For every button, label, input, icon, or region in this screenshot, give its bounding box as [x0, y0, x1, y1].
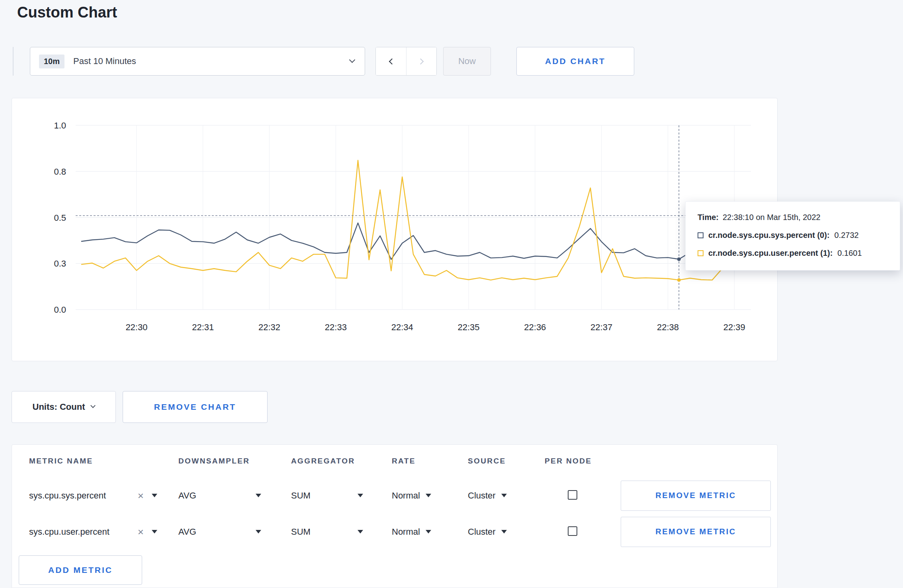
tooltip-series-row: cr.node.sys.cpu.user.percent (1): 0.1601 [698, 249, 888, 258]
chevron-down-icon [91, 403, 96, 408]
per-node-checkbox[interactable] [568, 526, 577, 536]
next-time-button[interactable] [406, 47, 436, 75]
svg-text:0.3: 0.3 [54, 259, 66, 269]
add-metric-button[interactable]: ADD METRIC [19, 555, 142, 585]
caret-down-icon [358, 494, 363, 497]
header-downsampler: DOWNSAMPLER [178, 457, 291, 465]
tooltip-series-value: 0.2732 [835, 231, 859, 240]
page-title: Custom Chart [17, 4, 117, 21]
header-rate: RATE [392, 457, 468, 465]
caret-down-icon [501, 494, 507, 497]
caret-down-icon[interactable] [152, 530, 157, 533]
aggregator-value: SUM [291, 527, 311, 537]
header-per-node: PER NODE [545, 457, 621, 465]
time-range-badge: 10m [39, 55, 64, 68]
caret-down-icon [256, 530, 261, 533]
now-button[interactable]: Now [443, 47, 491, 76]
caret-down-icon [426, 494, 431, 497]
source-value: Cluster [468, 527, 496, 537]
rate-value: Normal [392, 491, 420, 501]
source-select[interactable]: Cluster [468, 491, 545, 501]
downsampler-select[interactable]: AVG [178, 527, 261, 537]
aggregator-value: SUM [291, 491, 311, 501]
tooltip-series-value: 0.1601 [837, 249, 862, 258]
svg-text:22:35: 22:35 [457, 322, 479, 332]
series-swatch-sys-icon [698, 232, 704, 238]
series-swatch-user-icon [698, 250, 704, 256]
svg-text:1.0: 1.0 [54, 121, 66, 130]
svg-text:22:30: 22:30 [125, 322, 147, 332]
svg-text:22:36: 22:36 [524, 322, 546, 332]
page: { "page": { "title": "Custom Chart" }, "… [0, 0, 903, 588]
time-range-label: Past 10 Minutes [73, 56, 350, 66]
chevron-right-icon [418, 58, 424, 64]
rate-value: Normal [392, 527, 420, 537]
aggregator-select[interactable]: SUM [291, 527, 363, 537]
metric-name-select[interactable]: sys.cpu.user.percent × [29, 527, 157, 537]
metric-name-select[interactable]: sys.cpu.sys.percent × [29, 491, 157, 501]
tooltip-series-label: cr.node.sys.cpu.user.percent (1): [708, 249, 833, 258]
units-select[interactable]: Units: Count [12, 391, 116, 423]
caret-down-icon [426, 530, 431, 533]
tooltip-time-value: 22:38:10 on Mar 15th, 2022 [723, 213, 821, 222]
metric-name-value: sys.cpu.user.percent [29, 527, 109, 537]
metric-name-value: sys.cpu.sys.percent [29, 491, 106, 501]
svg-text:0.5: 0.5 [54, 213, 66, 223]
rate-select[interactable]: Normal [392, 491, 468, 501]
svg-text:22:37: 22:37 [590, 322, 612, 332]
tooltip-series-row: cr.node.sys.cpu.sys.percent (0): 0.2732 [698, 231, 888, 240]
header-metric-name: METRIC NAME [29, 457, 178, 465]
svg-text:22:39: 22:39 [723, 322, 745, 332]
clear-icon[interactable]: × [138, 527, 144, 537]
remove-metric-button[interactable]: REMOVE METRIC [621, 481, 771, 511]
chart-panel: 1.00.80.50.30.022:3022:3122:3222:3322:34… [12, 98, 778, 361]
chart-svg[interactable]: 1.00.80.50.30.022:3022:3122:3222:3322:34… [12, 98, 778, 362]
svg-text:0.0: 0.0 [54, 305, 66, 315]
chevron-down-icon [349, 56, 356, 63]
units-label: Units: Count [33, 402, 85, 412]
metrics-table: METRIC NAME DOWNSAMPLER AGGREGATOR RATE … [12, 444, 778, 588]
source-value: Cluster [468, 491, 496, 501]
svg-text:22:31: 22:31 [192, 322, 214, 332]
chevron-left-icon [389, 58, 395, 64]
caret-down-icon [358, 530, 363, 533]
svg-text:22:34: 22:34 [391, 322, 413, 332]
svg-text:0.8: 0.8 [54, 167, 66, 177]
header-source: SOURCE [468, 457, 545, 465]
prev-time-button[interactable] [376, 47, 406, 75]
chart-tooltip: Time:22:38:10 on Mar 15th, 2022 cr.node.… [685, 201, 900, 271]
add-chart-button[interactable]: ADD CHART [516, 47, 634, 76]
table-row: sys.cpu.sys.percent × AVG SUM Normal Clu… [12, 477, 777, 514]
time-pager [375, 47, 437, 76]
tooltip-time-label: Time: [698, 213, 719, 222]
downsampler-value: AVG [178, 491, 196, 501]
svg-text:22:38: 22:38 [657, 322, 679, 332]
source-select[interactable]: Cluster [468, 527, 545, 537]
time-range-select[interactable]: 10m Past 10 Minutes [30, 47, 365, 76]
downsampler-select[interactable]: AVG [178, 491, 261, 501]
caret-down-icon [256, 494, 261, 497]
caret-down-icon[interactable] [152, 494, 157, 497]
tooltip-time: Time:22:38:10 on Mar 15th, 2022 [698, 213, 888, 222]
header-aggregator: AGGREGATOR [291, 457, 392, 465]
caret-down-icon [501, 530, 507, 533]
per-node-checkbox[interactable] [568, 490, 577, 500]
clear-icon[interactable]: × [138, 491, 144, 501]
metrics-table-header: METRIC NAME DOWNSAMPLER AGGREGATOR RATE … [12, 445, 777, 477]
svg-text:22:33: 22:33 [325, 322, 347, 332]
downsampler-value: AVG [178, 527, 196, 537]
toolbar-divider [13, 47, 14, 76]
svg-text:22:32: 22:32 [258, 322, 280, 332]
remove-chart-button[interactable]: REMOVE CHART [123, 391, 268, 423]
tooltip-series-label: cr.node.sys.cpu.sys.percent (0): [708, 231, 830, 240]
aggregator-select[interactable]: SUM [291, 491, 363, 501]
remove-metric-button[interactable]: REMOVE METRIC [621, 517, 771, 547]
rate-select[interactable]: Normal [392, 527, 468, 537]
table-row: sys.cpu.user.percent × AVG SUM Normal Cl… [12, 514, 777, 550]
